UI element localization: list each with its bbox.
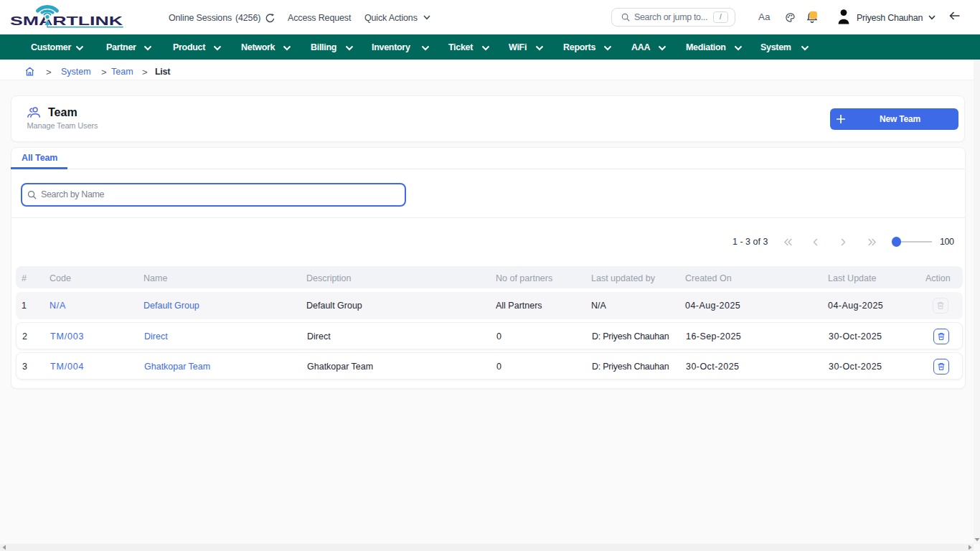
svg-text:SMARTLINK: SMARTLINK: [10, 14, 123, 28]
